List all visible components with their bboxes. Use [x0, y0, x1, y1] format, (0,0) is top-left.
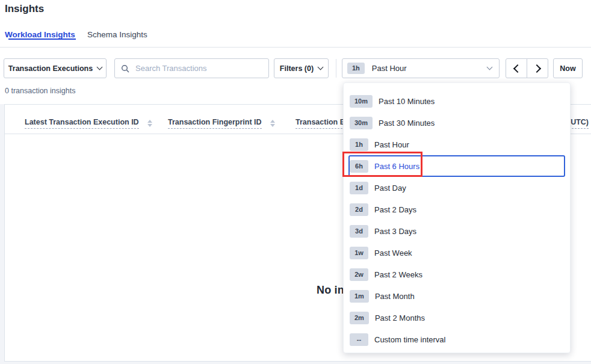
time-option-badge: 1d	[350, 182, 368, 194]
page-title: Insights	[5, 3, 44, 15]
chevron-down-icon	[97, 64, 103, 70]
time-interval-badge: 1h	[347, 63, 365, 74]
chevron-down-icon	[318, 64, 324, 70]
time-option-badge: 6h	[350, 160, 368, 173]
time-option-badge: 2d	[350, 203, 368, 216]
time-option-badge: 3d	[350, 225, 368, 238]
chevron-left-icon	[513, 64, 521, 72]
tab-workload-insights[interactable]: Workload Insights	[5, 30, 75, 39]
insights-page: Insights Workload Insights Schema Insigh…	[0, 0, 591, 364]
page-gutter-bottom	[0, 362, 591, 364]
time-option-past-month[interactable]: 1m Past Month	[348, 285, 565, 307]
time-option-past-30-minutes[interactable]: 30m Past 30 Minutes	[348, 112, 565, 134]
time-interval-value: Past Hour	[372, 64, 480, 73]
search-input[interactable]	[134, 63, 262, 73]
time-option-past-10-minutes[interactable]: 10m Past 10 Minutes	[348, 90, 565, 112]
sort-icon[interactable]	[147, 120, 152, 127]
previous-interval-button[interactable]	[506, 58, 527, 78]
time-pager	[506, 58, 548, 78]
workload-type-select[interactable]: Transaction Executions	[4, 58, 107, 78]
column-header-fingerprint-id[interactable]: Transaction Fingerprint ID	[168, 118, 275, 129]
time-interval-select[interactable]: 1h Past Hour	[342, 58, 500, 78]
now-button[interactable]: Now	[553, 58, 583, 78]
time-option-past-2-days[interactable]: 2d Past 2 Days	[348, 199, 565, 220]
tab-schema-label: Schema Insights	[87, 30, 147, 39]
time-option-badge: 1h	[350, 138, 368, 151]
chevron-right-icon	[532, 64, 540, 72]
column-header-latest-execution-id[interactable]: Latest Transaction Execution ID	[25, 118, 152, 129]
search-box[interactable]	[114, 58, 269, 78]
active-tab-underline	[8, 39, 76, 40]
filters-button[interactable]: Filters (0)	[274, 58, 329, 78]
next-interval-button[interactable]	[527, 58, 548, 78]
time-option-past-day[interactable]: 1d Past Day	[348, 177, 565, 199]
page-gutter	[0, 104, 4, 362]
time-option-custom-interval[interactable]: -- Custom time interval	[348, 329, 565, 350]
tab-workload-label: Workload Insights	[5, 30, 75, 39]
search-icon	[121, 64, 129, 73]
time-option-badge: 1w	[350, 247, 368, 259]
workload-type-label: Transaction Executions	[8, 64, 93, 73]
time-option-badge: 2w	[350, 268, 368, 281]
time-option-past-2-months[interactable]: 2m Past 2 Months	[348, 307, 565, 329]
time-option-badge: 30m	[350, 117, 373, 129]
time-option-past-3-days[interactable]: 3d Past 3 Days	[348, 220, 565, 242]
time-option-past-week[interactable]: 1w Past Week	[348, 242, 565, 264]
tab-bar: Workload Insights Schema Insights	[0, 28, 591, 48]
filters-label: Filters (0)	[280, 64, 314, 73]
now-label: Now	[560, 64, 575, 73]
sort-icon[interactable]	[270, 120, 275, 127]
time-option-past-6-hours[interactable]: 6h Past 6 Hours	[348, 155, 565, 177]
time-interval-dropdown: 10m Past 10 Minutes 30m Past 30 Minutes …	[343, 82, 571, 353]
time-option-badge: 10m	[350, 95, 373, 108]
time-option-badge: --	[350, 333, 368, 346]
time-option-badge: 1m	[350, 290, 369, 303]
insights-count: 0 transaction insights	[5, 87, 75, 95]
time-option-badge: 2m	[350, 312, 369, 324]
time-option-past-2-weeks[interactable]: 2w Past 2 Weeks	[348, 264, 565, 285]
tab-schema-insights[interactable]: Schema Insights	[87, 30, 147, 39]
toolbar-divider	[336, 59, 336, 78]
time-option-past-hour[interactable]: 1h Past Hour	[348, 134, 565, 155]
chevron-down-icon	[487, 64, 493, 70]
